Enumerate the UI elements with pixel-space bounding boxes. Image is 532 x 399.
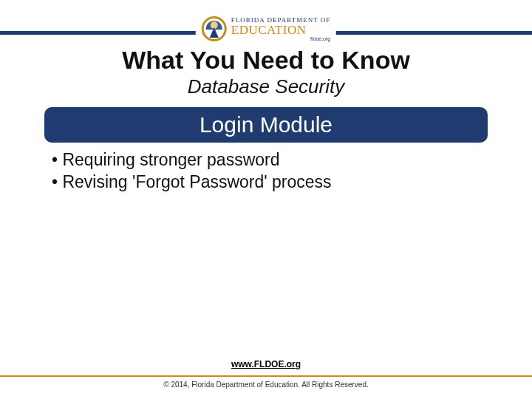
logo-line2: EDUCATION (231, 24, 330, 36)
list-item: • Requiring stronger password (52, 149, 332, 171)
section-heading: Login Module (200, 112, 332, 137)
org-logo: FLORIDA DEPARTMENT OF EDUCATION fldoe.or… (196, 16, 336, 41)
bullet-text: Revising 'Forgot Password' process (62, 172, 331, 191)
bullet-list: • Requiring stronger password • Revising… (52, 149, 332, 194)
logo-line3: fldoe.org (231, 36, 330, 41)
copyright-text: © 2014, Florida Department of Education.… (0, 381, 532, 389)
bullet-text: Requiring stronger password (62, 150, 279, 169)
section-heading-bar: Login Module (44, 107, 488, 143)
page-subtitle: Database Security (0, 75, 532, 98)
slide: FLORIDA DEPARTMENT OF EDUCATION fldoe.or… (0, 0, 532, 399)
logo-text: FLORIDA DEPARTMENT OF EDUCATION fldoe.or… (231, 17, 330, 41)
page-title: What You Need to Know (0, 46, 532, 75)
bottom-rule (0, 375, 532, 377)
list-item: • Revising 'Forgot Password' process (52, 171, 332, 194)
logo-seal-icon (202, 16, 227, 41)
footer-link[interactable]: www.FLDOE.org (0, 359, 532, 369)
